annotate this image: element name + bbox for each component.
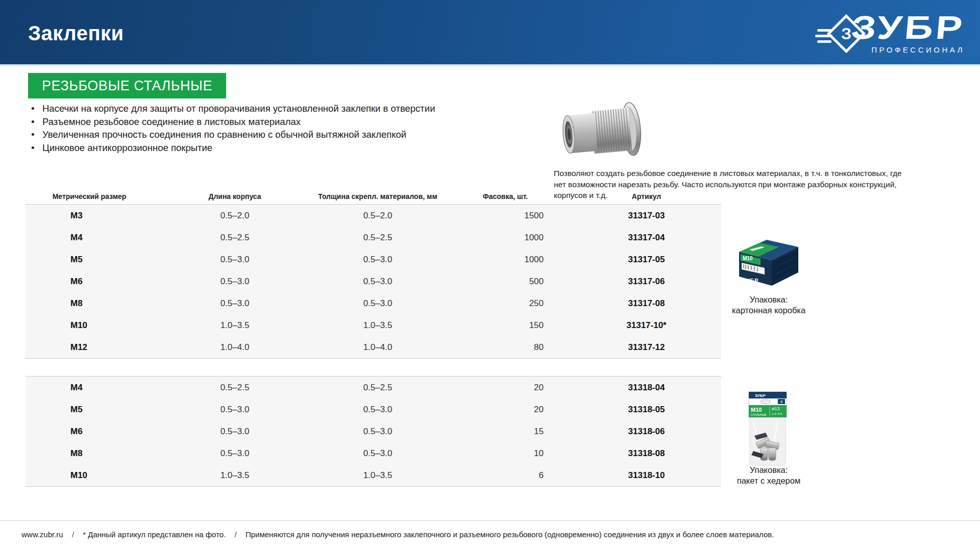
table-cell: 0.5–3.0 [153, 405, 316, 415]
table-cell: М5 [26, 405, 153, 415]
footer-note-usage: Применяются для получения неразъемного з… [246, 530, 774, 539]
table-cell: 0.5–3.0 [153, 298, 316, 309]
table-cell: 0.5–3.0 [316, 427, 439, 437]
header-banner: Заклепки З ЗУБР ПРОФЕССИОНАЛ [0, 0, 980, 64]
logo-speed-line [817, 40, 831, 43]
table-cell: М5 [26, 255, 153, 265]
package-box-photo: M10 ЗУБР [734, 234, 801, 289]
bag-diameter-label: ø13 [772, 406, 780, 411]
table-cell: 0.5–2.0 [316, 211, 439, 221]
box-size-label: M10 [743, 256, 753, 261]
table-cell: 250 [439, 298, 572, 309]
zubr-logo: З ЗУБР ПРОФЕССИОНАЛ [816, 12, 965, 58]
table-row: М50.5–3.00.5–3.0100031317-05 [26, 248, 721, 270]
box-caption: Упаковка: картонная коробка [713, 294, 825, 316]
section-badge: РЕЗЬБОВЫЕ СТАЛЬНЫЕ [28, 73, 226, 98]
bag-caption: Упаковка: пакет с хедером [713, 465, 825, 486]
table-cell: 31317-08 [572, 298, 721, 309]
table-cell: М6 [26, 277, 153, 287]
table-row: М40.5–2.50.5–2.5100031317-04 [26, 227, 721, 248]
package-bag-photo: ЗУБР 6 M10 СТАЛЬНЫЕ ø13 1.0–3.5 [745, 391, 790, 467]
table-row: М101.0–3.51.0–3.5631318-10 [26, 464, 721, 486]
table-cell: 10 [439, 448, 572, 459]
table-body: М30.5–2.00.5–2.0150031317-03М40.5–2.50.5… [26, 204, 721, 359]
table-cell: М10 [26, 320, 153, 331]
caption-line: пакет с хедером [713, 475, 825, 486]
table-cell: 0.5–3.0 [153, 277, 316, 287]
bag-count-label: 6 [780, 399, 783, 404]
table-cell: 0.5–3.0 [316, 448, 439, 459]
table-cell: 31317-05 [572, 255, 721, 265]
table-cell: 0.5–3.0 [153, 448, 316, 459]
table-row: М121.0–4.01.0–4.08031317-12 [26, 336, 721, 358]
feature-item: Насечки на корпусе для защиты от провора… [30, 102, 499, 115]
column-header: Фасовка, шт. [439, 192, 572, 201]
table-cell: 1.0–3.5 [153, 320, 316, 331]
table-cell: 31317-12 [572, 342, 721, 353]
table-cell: 150 [439, 320, 572, 331]
table-cell: 31317-10* [572, 320, 721, 331]
table-row: М60.5–3.00.5–3.050031317-06 [26, 270, 721, 292]
table-cell: 31317-03 [572, 211, 721, 221]
table-cell: 0.5–2.5 [153, 383, 316, 393]
table-cell: 15 [439, 427, 572, 437]
table-cell: М12 [26, 342, 153, 353]
table-cell: 31318-08 [572, 448, 721, 459]
bag-material-label: СТАЛЬНЫЕ [751, 413, 767, 416]
caption-line: Упаковка: [713, 465, 825, 475]
table-header-row: Метрический размер Длина корпуса Толщина… [26, 189, 721, 204]
column-header: Метрический размер [26, 192, 153, 201]
table-row: М50.5–3.00.5–3.02031318-05 [26, 398, 721, 420]
footer-divider [0, 520, 980, 521]
products-table-bags: М40.5–2.50.5–2.52031318-04М50.5–3.00.5–3… [26, 376, 721, 487]
bag-brand-label: ЗУБР [755, 393, 766, 398]
table-cell: 31318-05 [572, 405, 721, 415]
bag-range-label: 1.0–3.5 [772, 412, 782, 415]
column-header: Артикул [572, 192, 721, 201]
table-cell: 20 [439, 383, 572, 393]
table-cell: М8 [26, 448, 153, 459]
table-cell: М3 [26, 211, 153, 221]
table-cell: 0.5–3.0 [316, 277, 439, 287]
footer-separator: / [72, 530, 74, 539]
table-cell: 500 [439, 277, 572, 287]
table-cell: 0.5–3.0 [316, 255, 439, 265]
table-cell: 1.0–4.0 [153, 342, 316, 353]
table-cell: 1.0–3.5 [316, 320, 439, 331]
feature-item: Цинковое антикоррозионное покрытие [30, 141, 499, 155]
caption-line: Упаковка: [713, 294, 825, 305]
table-cell: М8 [26, 298, 153, 309]
table-row: М101.0–3.51.0–3.515031317-10* [26, 314, 721, 336]
footer-separator: / [235, 530, 237, 539]
table-cell: 1.0–3.5 [316, 470, 439, 481]
feature-item: Увеличенная прочность соединения по срав… [30, 128, 499, 141]
logo-text: ЗУБР ПРОФЕССИОНАЛ [871, 12, 965, 54]
table-cell: 0.5–2.0 [153, 211, 316, 221]
table-cell: 80 [439, 342, 572, 353]
table-body: М40.5–2.50.5–2.52031318-04М50.5–3.00.5–3… [26, 376, 721, 487]
table-cell: М10 [26, 470, 153, 481]
table-row: М60.5–3.00.5–3.01531318-06 [26, 420, 721, 442]
table-cell: М4 [26, 233, 153, 243]
bag-size-label: M10 [751, 407, 762, 413]
table-cell: 0.5–2.5 [316, 233, 439, 243]
table-cell: 31318-04 [572, 383, 721, 393]
table-cell: 0.5–3.0 [316, 298, 439, 309]
table-cell: 1.0–3.5 [153, 470, 316, 481]
table-cell: 1500 [439, 211, 572, 221]
caption-line: картонная коробка [713, 305, 825, 316]
table-cell: 31318-10 [572, 470, 721, 481]
table-cell: 0.5–3.0 [153, 255, 316, 265]
footer: www.zubr.ru / * Данный артикул представл… [21, 530, 774, 539]
table-row: М80.5–3.00.5–3.01031318-08 [26, 442, 721, 464]
products-table-boxes: Метрический размер Длина корпуса Толщина… [26, 189, 721, 359]
page-title: Заклепки [28, 22, 124, 45]
table-cell: М6 [26, 427, 153, 437]
table-cell: М4 [26, 383, 153, 393]
table-row: М40.5–2.50.5–2.52031318-04 [26, 377, 721, 398]
product-photo-rivet-nut [554, 99, 648, 164]
table-cell: 0.5–3.0 [153, 427, 316, 437]
table-cell: 31317-04 [572, 233, 721, 243]
site-link[interactable]: www.zubr.ru [21, 530, 63, 539]
column-header: Толщина скрепл. материалов, мм [316, 192, 439, 201]
